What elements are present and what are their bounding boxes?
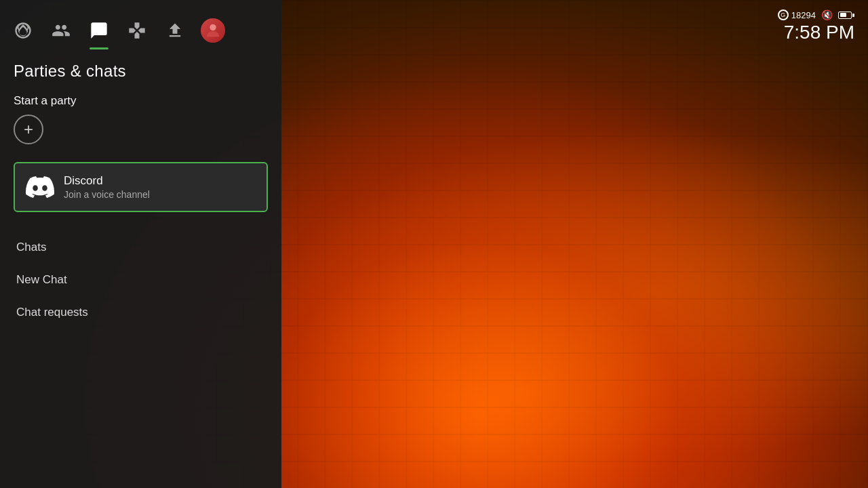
discord-card[interactable]: Discord Join a voice channel [14, 162, 268, 212]
gamerscore-icon: G [778, 9, 789, 20]
sidebar-content: Parties & chats Start a party + Discord … [0, 51, 281, 488]
nav-item-controller[interactable] [125, 18, 149, 43]
nav-item-people[interactable] [49, 18, 73, 43]
svg-point-0 [210, 24, 216, 30]
menu-item-new-chat[interactable]: New Chat [14, 264, 268, 296]
discord-name: Discord [64, 174, 150, 188]
start-party-label: Start a party [14, 94, 268, 108]
gamerscore: G 18294 [778, 9, 816, 20]
nav-item-xbox[interactable] [11, 18, 35, 43]
clock: 7:58 PM [784, 23, 854, 42]
menu-item-chats[interactable]: Chats [14, 231, 268, 264]
nav-item-chat[interactable] [87, 18, 111, 43]
status-bar: G 18294 🔇 7:58 PM [778, 9, 854, 42]
page-title: Parties & chats [14, 62, 268, 81]
nav-bar [0, 0, 281, 51]
discord-text: Discord Join a voice channel [64, 174, 150, 200]
discord-icon [26, 173, 54, 201]
add-party-icon: + [24, 120, 33, 139]
nav-item-profile[interactable] [201, 18, 225, 43]
gamerscore-value: 18294 [791, 10, 816, 20]
status-icons: G 18294 🔇 [778, 9, 854, 20]
sidebar-panel: Parties & chats Start a party + Discord … [0, 0, 281, 488]
mute-icon: 🔇 [821, 9, 833, 20]
add-party-button[interactable]: + [14, 115, 43, 144]
discord-subtitle: Join a voice channel [64, 189, 150, 200]
battery-icon [838, 12, 854, 19]
menu-item-chat-requests[interactable]: Chat requests [14, 296, 268, 329]
nav-item-share[interactable] [163, 18, 187, 43]
